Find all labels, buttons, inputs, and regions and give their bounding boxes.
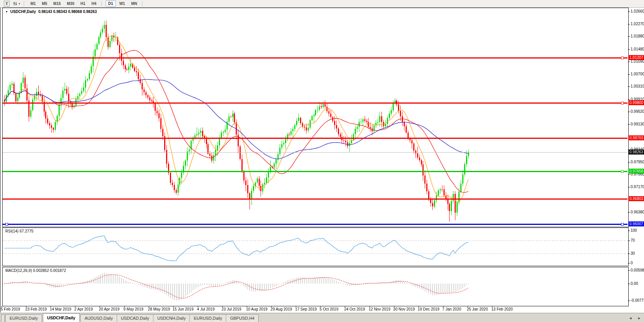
timeframe-button-w1[interactable]: W1 (117, 0, 128, 7)
timeframe-button-m30[interactable]: M30 (64, 0, 77, 7)
timeframe-button-h4[interactable]: H4 (89, 0, 99, 7)
chart-tab-bar: EURUSD,DailyUSDCHF,DailyAUDUSD,DailyUSDC… (0, 313, 644, 322)
rsi-tick-label: 100 (631, 228, 637, 233)
date-tick-label: 7 Jan 2020 (442, 307, 461, 311)
toolbar-separator (24, 1, 26, 6)
date-tick-label: 17 Sep 2019 (295, 307, 317, 311)
date-tick-label: 5 Oct 2019 (320, 307, 338, 311)
macd-tick-label: -0.007733 (631, 298, 644, 302)
date-tick-label: 10 Aug 2019 (246, 307, 267, 311)
chart-tab-usdchf-daily[interactable]: USDCHF,Daily (43, 314, 79, 322)
tab-scroll-arrows: ◄► (629, 316, 641, 320)
date-tick-label: 15 Jun 2019 (173, 307, 194, 311)
price-chart-canvas[interactable] (3, 8, 628, 226)
date-tick-label: 9 May 2019 (124, 307, 143, 311)
timeframe-button-m1[interactable]: M1 (28, 0, 39, 7)
symbol-menu-arrow-icon[interactable]: ▼ (5, 10, 8, 13)
timeframe-button-m5[interactable]: M5 (39, 0, 50, 7)
price-tick-label: 0.99520 (631, 109, 644, 114)
toolbar: T ▾ M1M5M15M30H1H4D1W1MN (0, 0, 644, 8)
price-flag-0.96007[interactable]: 0.96007 (628, 221, 644, 226)
price-tick-label: 1.01480 (631, 47, 644, 51)
date-tick-label: 20 Apr 2019 (99, 307, 119, 311)
chart-tab-audusd-daily[interactable]: AUDUSD,Daily (81, 315, 117, 322)
price-tick-label: 1.00700 (631, 72, 644, 76)
chart-title: ▼ USDCHF,Daily 0.98143 0.98343 0.98068 0… (5, 10, 97, 14)
tab-scroll-left-icon[interactable]: ◄ (629, 316, 632, 320)
tab-group: EURUSD,Daily (5, 314, 42, 322)
date-tick-label: 23 Jul 2019 (222, 307, 241, 311)
timeframe-buttons: M1M5M15M30H1H4D1W1MN (28, 0, 146, 7)
chart-symbol-label: USDCHF,Daily (10, 10, 36, 14)
date-tick-label: 12 Nov 2019 (369, 307, 391, 311)
date-tick-label: 24 Oct 2019 (344, 307, 365, 311)
chart-ohlc-values: 0.98143 0.98343 0.98068 0.98263 (38, 10, 97, 14)
date-tick-label: 4 Jul 2019 (197, 307, 215, 311)
price-flag-0.96803[interactable]: 0.96803 (628, 196, 644, 201)
timeframe-button-mn[interactable]: MN (129, 0, 140, 7)
macd-tick-label: 0.005986 (631, 268, 644, 272)
macd-label: MACD(12,26,9) 0.002852 0.001872 (5, 268, 66, 273)
date-tick-label: 13 Feb 2020 (491, 307, 513, 311)
macd-tick-label: 0.00 (631, 281, 638, 286)
rsi-canvas[interactable] (3, 228, 628, 265)
chart-tab-gbpusd-h4[interactable]: GBPUSD,H4 (226, 315, 258, 322)
price-flag-1.01207[interactable]: 1.01207 (628, 55, 644, 60)
text-tool-button[interactable]: T (2, 0, 11, 7)
price-tick-label: 0.96380 (631, 210, 644, 214)
chart-tab-eurusd-daily[interactable]: EURUSD,Daily (189, 315, 226, 322)
price-tick-label: 0.97950 (631, 160, 644, 164)
date-tick-label: 28 May 2019 (148, 307, 170, 311)
price-tick-label: 0.99130 (631, 122, 644, 126)
macd-canvas[interactable] (3, 267, 628, 305)
text-tool-icon: T (4, 1, 10, 7)
chart-tab-usdcad-daily[interactable]: USDCAD,Daily (117, 315, 153, 322)
date-tick-label: 23 Feb 2019 (25, 307, 47, 311)
price-tick-label: 1.01880 (631, 34, 644, 38)
macd-panel: MACD(12,26,9) 0.002852 0.001872 (2, 267, 629, 306)
date-tick-label: 19 Dec 2019 (418, 307, 440, 311)
price-flag-0.97658[interactable]: 0.97658 (628, 169, 644, 174)
price-flag-0.98263: 0.98263 (628, 150, 644, 154)
timeframe-button-h1[interactable]: H1 (78, 0, 88, 7)
rsi-panel: RSI(14) 67.2775 (2, 228, 629, 266)
date-tick-mark (2, 306, 2, 307)
price-tick-label: 0.97170 (631, 185, 644, 189)
tab-group: AUDUSD,DailyUSDCAD,DailyUSDCNH,DailyEURU… (80, 314, 259, 322)
window-left-edge (0, 7, 1, 312)
price-tick-label: 1.02270 (631, 22, 644, 26)
toolbar-separator (101, 1, 103, 6)
tab-group: USDCHF,Daily (43, 313, 80, 322)
date-tick-label: 25 Jan 2020 (467, 307, 488, 311)
timeframe-button-d1[interactable]: D1 (106, 0, 116, 7)
date-tick-label: 29 Aug 2019 (271, 307, 292, 311)
arrows-tool-button[interactable]: ▾ (11, 0, 22, 7)
rsi-tick-label: 30 (631, 251, 635, 255)
rsi-tick-label: 0 (631, 261, 633, 265)
tabbar-edge-stub (1, 314, 5, 322)
chart-tab-usdcnh-daily[interactable]: USDCNH,Daily (153, 315, 190, 322)
rsi-tick-label: 70 (631, 238, 635, 242)
tab-scroll-right-icon[interactable]: ► (637, 316, 641, 320)
price-tick-label: 1.02660 (631, 9, 644, 13)
main-chart-panel: ▼ USDCHF,Daily 0.98143 0.98343 0.98068 0… (2, 8, 629, 227)
arrows-icon (13, 1, 18, 6)
date-tick-label: 14 Mar 2019 (50, 307, 71, 311)
price-flag-0.98703[interactable]: 0.98703 (628, 135, 644, 140)
price-tick-label: 1.00310 (631, 84, 644, 88)
date-tick-label: 2 Apr 2019 (74, 307, 93, 311)
date-tick-label: 30 Nov 2019 (393, 307, 415, 311)
rsi-label: RSI(14) 67.2775 (5, 229, 33, 233)
chevron-down-icon: ▾ (19, 2, 20, 5)
price-flag-0.99800[interactable]: 0.99800 (628, 100, 644, 105)
timeframe-button-m15[interactable]: M15 (51, 0, 63, 7)
date-tick-label: 5 Feb 2019 (1, 307, 20, 311)
chart-tab-eurusd-daily[interactable]: EURUSD,Daily (6, 315, 42, 322)
toolbar-separator (142, 1, 144, 6)
